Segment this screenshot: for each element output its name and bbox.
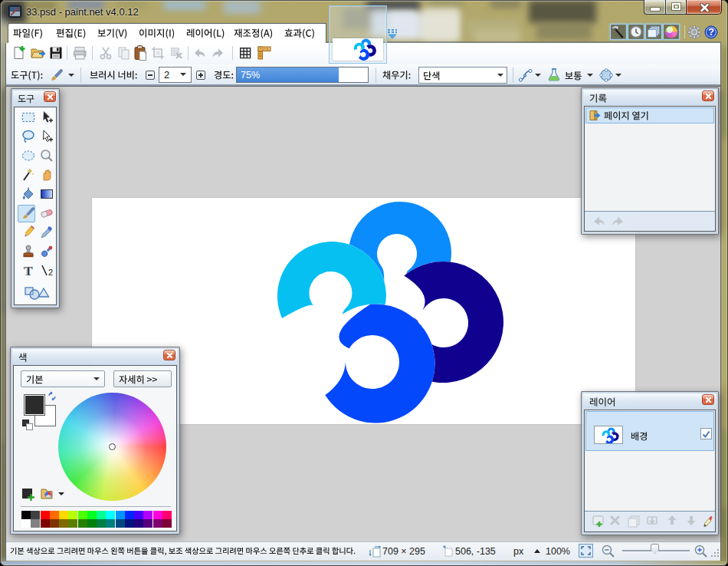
svg-text:T: T (23, 264, 32, 278)
svg-text:2: 2 (48, 268, 53, 277)
